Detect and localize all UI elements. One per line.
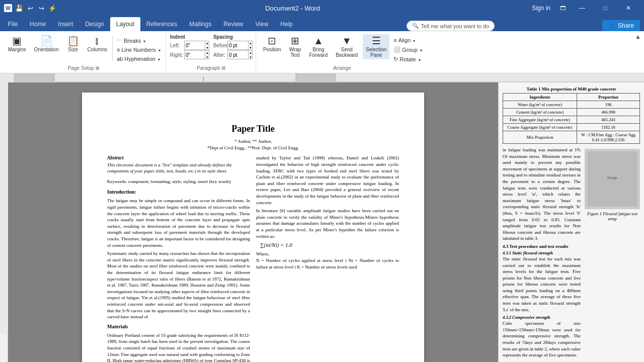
titlebar: W 💾 ↩ ↪ ⚡ Document2 - Word Sign in 🗖 — □… (0, 0, 644, 16)
paragraph-expand-icon[interactable]: ⌘ (221, 66, 226, 71)
spacing-before-input[interactable]: ▲ ▼ (227, 41, 253, 50)
share-icon: 👤 (608, 22, 616, 29)
selection-pane-button[interactable]: ☰ SelectionPane (363, 34, 389, 59)
indent-left-label: Left: (170, 43, 183, 48)
rp-middle-section: in fatigue loading was maintained at 1% … (503, 147, 640, 360)
indent-left-down[interactable]: ▼ (205, 45, 209, 50)
table1-title: Table 1 Mix proportion of M40 grade conc… (503, 86, 640, 92)
tab-references[interactable]: References (140, 17, 183, 31)
horizontal-ruler: | (14, 73, 644, 82)
spacing-column: Spacing Before: ▲ ▼ (213, 34, 253, 59)
margins-button[interactable]: ▣ Margins (5, 34, 29, 54)
ribbon-group-page-setup: ▣ Margins 📄 Orientation 📋 Size ⫿ Columns (2, 32, 166, 72)
redo-button[interactable]: ↪ (36, 3, 46, 13)
document-page: Paper Title * Author, ** Author, *Dept o… (82, 93, 424, 362)
page-setup-expand-icon[interactable]: ⌘ (95, 66, 100, 71)
undo-button[interactable]: ↩ (25, 3, 35, 13)
group-button[interactable]: ⬜ Group ▾ (391, 45, 424, 54)
rp-image-area: Image Figure 1 Flexural fatigue test set… (585, 147, 640, 360)
indent-right-up[interactable]: ▲ (205, 50, 209, 55)
spacing-after-up[interactable]: ▲ (249, 50, 253, 55)
line-numbers-label: Line Numbers ▾ (121, 47, 160, 53)
quick-access-toolbar: 💾 ↩ ↪ ⚡ (14, 3, 57, 13)
tab-home[interactable]: Home (24, 17, 52, 31)
wrap-text-button[interactable]: ⊞ WrapText (286, 34, 304, 59)
customize-qat-button[interactable]: ⚡ (47, 3, 57, 13)
position-button[interactable]: ⊡ Position (260, 34, 284, 54)
spacing-after-input[interactable]: ▲ ▼ (227, 50, 253, 59)
share-button[interactable]: 👤 Share (602, 20, 640, 31)
line-numbers-icon: ≡ (117, 47, 120, 53)
position-label: Position (263, 47, 281, 52)
section43: 4.3 Test procedure and test results (503, 244, 581, 249)
indent-right-down[interactable]: ▼ (205, 55, 209, 59)
indent-right-input[interactable]: ▲ ▼ (184, 50, 209, 59)
restore-button[interactable]: 🗖 (558, 4, 567, 12)
orientation-button[interactable]: 📄 Orientation (31, 34, 62, 54)
close-button[interactable]: ✕ (617, 0, 640, 16)
line-numbers-button[interactable]: ≡ Line Numbers ▾ (115, 46, 163, 54)
svg-text:|: | (203, 76, 204, 81)
breaks-label: Breaks ▾ (124, 38, 145, 44)
intro-text2: Systematic study carried by many researc… (107, 250, 250, 320)
spacing-after-row: After: ▲ ▼ (213, 50, 253, 59)
tab-help[interactable]: Help (274, 17, 299, 31)
size-button[interactable]: 📋 Size (64, 34, 83, 54)
hyphenation-icon: ab (117, 56, 123, 62)
section431: 4.3.1 Static flexural strength (503, 250, 581, 255)
tell-me-input[interactable]: 🔍 Tell me what you want to do (407, 21, 495, 31)
spacing-before-field[interactable] (229, 43, 248, 48)
right-column: studied by Taylor and Tait (1999) wherea… (256, 155, 399, 362)
tab-mailings[interactable]: Mailings (183, 17, 217, 31)
orientation-label: Orientation (34, 47, 59, 52)
indent-spacing-area: Indent Left: ▲ ▼ (170, 34, 253, 59)
word-icon: W (4, 4, 12, 12)
maximize-button[interactable]: □ (594, 0, 617, 16)
bring-forward-button[interactable]: ▲ BringForward (306, 34, 331, 59)
selection-pane-label: SelectionPane (366, 47, 386, 58)
spacing-before-down[interactable]: ▼ (249, 45, 253, 50)
ribbon-group-arrange: ⊡ Position ⊞ WrapText ▲ BringForward ▼ S… (257, 32, 427, 72)
tab-insert[interactable]: Insert (52, 17, 79, 31)
breaks-button[interactable]: ⋯ Breaks ▾ (115, 36, 163, 45)
align-button[interactable]: ≡ Align ▾ (391, 36, 424, 44)
spacing-after-field[interactable] (229, 52, 248, 58)
table-row: Fine Aggregate (kg/m³ of concrete) 465.2… (503, 116, 640, 124)
columns-button[interactable]: ⫿ Columns (85, 34, 110, 54)
hyphenation-button[interactable]: ab Hyphenation ▾ (115, 55, 163, 63)
rotate-button[interactable]: ↻ Rotate ▾ (391, 55, 424, 63)
paper-title: Paper Title (107, 123, 399, 135)
ribbon-tabs: File Home Insert Design Layout Reference… (0, 16, 644, 31)
document-area[interactable]: Paper Title * Author, ** Author, *Dept o… (8, 82, 498, 362)
page-setup-label: Page Setup ⌘ (68, 64, 100, 71)
rotate-icon: ↻ (393, 56, 398, 62)
tab-design[interactable]: Design (79, 17, 110, 31)
tab-review[interactable]: Review (217, 17, 249, 31)
indent-right-field[interactable] (186, 52, 205, 58)
spacing-after-down[interactable]: ▼ (249, 55, 253, 59)
abstract-label: Abstract (107, 155, 250, 161)
materials-text: Ordinary Portland cement of 53 grade sat… (107, 332, 250, 362)
section432-text: Cube specimens of size 150mm×150mm×150mm… (503, 320, 581, 358)
indent-left-up[interactable]: ▲ (205, 41, 209, 45)
sign-in-button[interactable]: Sign in (528, 3, 554, 14)
materials-title: Materials (107, 323, 250, 330)
bring-forward-icon: ▲ (313, 36, 324, 46)
collapse-ribbon-button[interactable]: ▲ (635, 33, 641, 40)
spacing-before-label: Before: (213, 43, 226, 48)
save-button[interactable]: 💾 (14, 3, 24, 13)
send-backward-icon: ▼ (342, 36, 352, 46)
spacing-before-up[interactable]: ▲ (249, 41, 253, 45)
tab-view[interactable]: View (250, 17, 275, 31)
tab-layout[interactable]: Layout (110, 17, 140, 31)
paragraph-label: Paragraph ⌘ (197, 64, 226, 71)
indent-left-field[interactable] (186, 43, 205, 48)
vertical-ruler (0, 82, 8, 362)
minimize-button[interactable]: — (571, 0, 594, 16)
tab-file[interactable]: File (2, 17, 24, 31)
indent-left-input[interactable]: ▲ ▼ (184, 41, 209, 50)
send-backward-label: SendBackward (336, 47, 358, 58)
group-icon: ⬜ (393, 46, 400, 53)
send-backward-button[interactable]: ▼ SendBackward (333, 34, 361, 59)
hyphenation-label: Hyphenation ▾ (124, 56, 160, 62)
